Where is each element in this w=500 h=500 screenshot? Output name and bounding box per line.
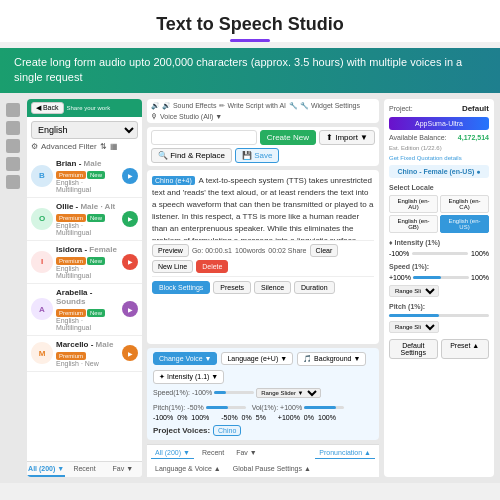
default-preset-row: Default Settings Preset ▲ <box>389 339 489 359</box>
pronunciation-tab[interactable]: Pronunciation ▲ <box>315 447 375 459</box>
language-button[interactable]: Language (e+U) ▼ <box>221 352 293 365</box>
intensity-button[interactable]: ✦ Intensity (1.1) ▼ <box>153 370 224 384</box>
bottom-tab-fav[interactable]: Fav ▼ <box>232 447 261 459</box>
sliders-row: Speed(1%): -100% Range Slider ▼ Pitch(1%… <box>153 388 373 411</box>
voice-ctrl-row-1: Change Voice ▼ Language (e+U) ▼ 🎵 Backgr… <box>153 352 373 384</box>
badge-new: New <box>87 214 105 222</box>
locale-en-gb[interactable]: English (en-GB) <box>389 215 438 233</box>
pitch-range-slider[interactable] <box>389 314 489 317</box>
bottom-tab-recent[interactable]: Recent <box>198 447 228 459</box>
go-label: Go: 00:00.s1 <box>192 247 232 254</box>
speed-range-select-right[interactable]: Range Slider ▼ <box>389 285 439 297</box>
filter-sort-icon: ⇅ <box>100 142 107 151</box>
voice-info-isidora: Isidora - Female PremiumNew English · Mu… <box>56 245 119 279</box>
write-script-btn[interactable]: ✏ Write Script with AI <box>219 102 286 110</box>
speed-label: Speed(1%): <box>153 389 190 396</box>
pitch-slider[interactable] <box>206 406 246 409</box>
advanced-filter[interactable]: ⚙ Advanced Filter ⇅ ▦ <box>31 142 138 151</box>
bottom-bar: All (200) ▼ Recent Fav ▼ Pronunciation ▲… <box>147 444 379 477</box>
project-voices-label: Project Voices: <box>153 424 210 437</box>
appsuma-button[interactable]: AppSuma-Ultra <box>389 117 489 130</box>
sidebar-icon-5[interactable] <box>6 175 20 189</box>
pitch-range-ctrl <box>389 314 489 317</box>
badge-premium: Premium <box>56 309 86 317</box>
clear-button[interactable]: Clear <box>310 244 339 257</box>
sound-effects-btn[interactable]: 🔊 🔊 Sound Effects <box>151 102 216 110</box>
sidebar-icon-3[interactable] <box>6 139 20 153</box>
voice-item[interactable]: B Brian - Male PremiumNew English · Mult… <box>27 155 142 198</box>
project-voice-tag[interactable]: Chino <box>213 425 241 436</box>
voice-avatar-arabella: A <box>31 298 53 320</box>
duration-label: 100words <box>235 247 265 254</box>
back-button[interactable]: ◀ Back <box>31 102 64 114</box>
voice-play-button-isidora[interactable] <box>122 254 138 270</box>
locale-en-us[interactable]: English (en-US) <box>440 215 489 233</box>
language-select[interactable]: English <box>31 121 138 139</box>
editor-toolbar: 🔊 🔊 Sound Effects ✏ Write Script with AI… <box>147 99 379 123</box>
voices-tab-all[interactable]: All (200) ▼ <box>27 462 65 477</box>
voice-item[interactable]: I Isidora - Female PremiumNew English · … <box>27 241 142 284</box>
editor-content: A text-to-speech system (TTS) takes unre… <box>152 176 373 240</box>
preview-button[interactable]: Preview <box>152 244 189 257</box>
widget-settings-btn[interactable]: 🔧 🔧 Widget Settings <box>289 102 360 110</box>
delete-button[interactable]: Delete <box>196 260 228 273</box>
voice-studio-btn[interactable]: 🎙 Voice Studio (All) ▼ <box>151 113 222 120</box>
voice-avatar-isidora: I <box>31 251 53 273</box>
voice-play-button-marcello[interactable] <box>122 345 138 361</box>
preset-button[interactable]: Preset ▲ <box>441 339 490 359</box>
vol-slider[interactable] <box>304 406 344 409</box>
import-button[interactable]: ⬆ Import ▼ <box>319 130 375 145</box>
badge-new: New <box>87 257 105 265</box>
tts-tag: Chino (e+4) <box>152 176 195 185</box>
global-pause-tab[interactable]: Global Pause Settings ▲ <box>229 463 315 475</box>
tab-duration[interactable]: Duration <box>294 281 334 294</box>
locale-en-au[interactable]: English (en-AU) <box>389 195 438 213</box>
voices-panel: ◀ Back Share your work English ⚙ Advance… <box>27 99 142 477</box>
tab-silence[interactable]: Silence <box>254 281 291 294</box>
sidebar-icon-2[interactable] <box>6 121 20 135</box>
speed-range-select[interactable]: Range Slider ▼ <box>256 388 321 398</box>
share-label: Share your work <box>67 105 111 111</box>
speed-slider[interactable] <box>214 391 254 394</box>
voice-item[interactable]: A Arabella - Sounds PremiumNew English ·… <box>27 284 142 336</box>
intensity-row: -100% 100% <box>389 250 489 257</box>
pitch-range-select-right[interactable]: Range Slider ▼ <box>389 321 439 333</box>
tab-block-settings[interactable]: Block Settings <box>152 281 210 294</box>
save-button[interactable]: 💾 Save <box>235 148 279 163</box>
voice-item[interactable]: O Ollie - Male · Alt PremiumNew English … <box>27 198 142 241</box>
bottom-tab-all[interactable]: All (200) ▼ <box>151 447 194 459</box>
voice-play-button-arabella[interactable] <box>122 301 138 317</box>
voice-selected-label: Chino - Female (en-US) ● <box>389 165 489 178</box>
voices-tab-recent[interactable]: Recent <box>65 462 103 477</box>
voice-info-marcello: Marcello - Male Premium English · New <box>56 340 119 367</box>
language-voice-tab[interactable]: Language & Voice ▲ <box>151 463 225 475</box>
voice-info-brian: Brian - Male PremiumNew English · Multil… <box>56 159 119 193</box>
editor-text-input[interactable] <box>151 130 257 145</box>
locale-en-ca[interactable]: English (en-CA) <box>440 195 489 213</box>
quota-label[interactable]: Get Fixed Quotation details <box>389 155 489 161</box>
right-panel: Project: Default AppSuma-Ultra Available… <box>384 99 494 477</box>
editor-area: Chino (e+4) A text-to-speech system (TTS… <box>147 170 379 344</box>
vol-slider-group: Vol(1%): +100% <box>252 404 344 411</box>
project-row: Project: Default <box>389 104 489 113</box>
voice-play-button-brian[interactable] <box>122 168 138 184</box>
find-replace-button[interactable]: 🔍 Find & Replace <box>151 148 232 163</box>
voice-item[interactable]: M Marcello - Male Premium English · New <box>27 336 142 372</box>
intensity-bar[interactable] <box>412 252 468 255</box>
voice-info-ollie: Ollie - Male · Alt PremiumNew English · … <box>56 202 119 236</box>
create-new-button[interactable]: Create New <box>260 130 316 145</box>
tab-presets[interactable]: Presets <box>213 281 251 294</box>
sidebar-icon-4[interactable] <box>6 157 20 171</box>
sidebar-icon-1[interactable] <box>6 103 20 117</box>
voice-controls: Change Voice ▼ Language (e+U) ▼ 🎵 Backgr… <box>147 348 379 440</box>
new-line-button[interactable]: New Line <box>152 260 193 273</box>
speed-range-slider[interactable] <box>413 276 469 279</box>
background-button[interactable]: 🎵 Background ▼ <box>297 352 366 366</box>
change-voice-button[interactable]: Change Voice ▼ <box>153 352 217 365</box>
default-settings-button[interactable]: Default Settings <box>389 339 438 359</box>
main-content: ◀ Back Share your work English ⚙ Advance… <box>0 93 500 483</box>
voices-tab-fav[interactable]: Fav ▼ <box>104 462 142 477</box>
speed-slider-group: Speed(1%): -100% Range Slider ▼ <box>153 388 321 398</box>
voice-play-button-ollie[interactable] <box>122 211 138 227</box>
preview-controls: Preview Go: 00:00.s1 100words 00:02 Shar… <box>152 240 374 277</box>
